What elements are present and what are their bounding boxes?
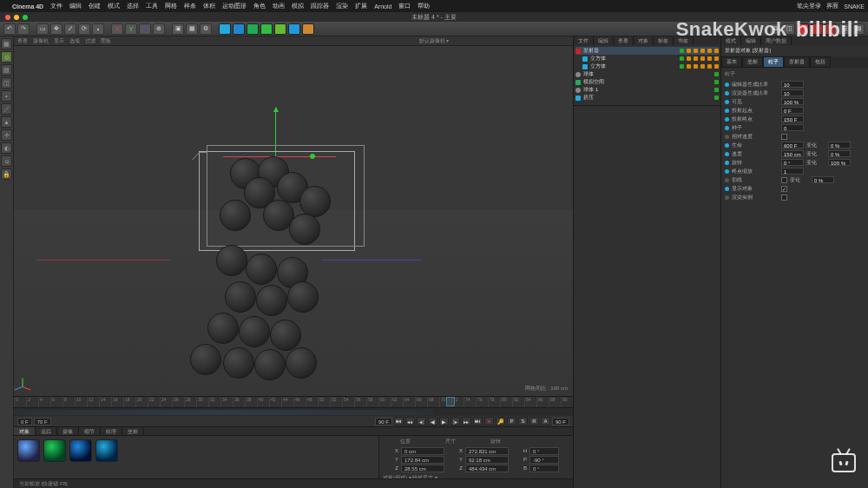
- viewport-solo-button[interactable]: ◐: [1, 142, 12, 154]
- object-row[interactable]: 发射器: [575, 47, 719, 55]
- poly-mode-button[interactable]: ▲: [1, 116, 12, 128]
- om-menu-bm[interactable]: 书签: [674, 36, 694, 45]
- timeline-playhead[interactable]: [446, 397, 455, 406]
- timeline-tick[interactable]: 46: [293, 397, 306, 407]
- object-tag[interactable]: [700, 49, 705, 53]
- add-deformer-button[interactable]: [260, 23, 273, 35]
- attribute-manager[interactable]: 发射器对象 [发射器] 基本 坐标 粒子 发射器 包括 粒子 编辑器生成比率10…: [721, 45, 868, 488]
- object-tag[interactable]: [707, 49, 712, 53]
- arnold-button-1[interactable]: [797, 23, 809, 35]
- object-tag[interactable]: [700, 64, 705, 69]
- move-tool[interactable]: ✥: [50, 23, 62, 35]
- timeline-tick[interactable]: 14: [99, 397, 111, 407]
- om-menu-tag[interactable]: 标签: [654, 36, 674, 45]
- close-icon[interactable]: [5, 15, 10, 20]
- timeline-tick[interactable]: 28: [184, 397, 196, 407]
- key-param-button[interactable]: A: [541, 417, 550, 425]
- object-tag[interactable]: [694, 56, 698, 61]
- range-start-field[interactable]: 0 F: [17, 418, 32, 425]
- step-fwd-button[interactable]: ▸▸: [462, 417, 471, 425]
- attr-tab-particle[interactable]: 粒子: [763, 56, 784, 68]
- attr-checkbox[interactable]: [781, 177, 787, 183]
- menu-create[interactable]: 创建: [89, 2, 101, 10]
- add-generator-button[interactable]: [247, 23, 259, 35]
- timeline-tick[interactable]: 12: [87, 397, 99, 407]
- attr-value-field[interactable]: 0 %: [828, 142, 851, 148]
- menu-window[interactable]: 窗口: [398, 2, 411, 10]
- timeline-tick[interactable]: 48: [306, 397, 318, 407]
- menu-arnold[interactable]: Arnold: [374, 3, 391, 10]
- viewport[interactable]: 网格间距 : 100 cm: [14, 46, 573, 396]
- om-menu-obj[interactable]: 对象: [634, 36, 654, 45]
- menu-anim[interactable]: 动画: [273, 2, 285, 10]
- add-camera-button[interactable]: [288, 23, 300, 35]
- timeline-tick[interactable]: 4: [38, 397, 50, 407]
- object-row[interactable]: 立方体: [575, 63, 719, 70]
- visibility-dot[interactable]: [680, 56, 684, 61]
- attr-anim-dot[interactable]: [725, 195, 729, 200]
- timeline-tick[interactable]: 18: [123, 397, 135, 407]
- attr-value-field[interactable]: 10: [781, 81, 804, 88]
- goto-end-button[interactable]: ⏭: [473, 417, 483, 425]
- timeline-tick[interactable]: 0: [14, 397, 26, 407]
- timeline-tick[interactable]: 20: [135, 397, 148, 407]
- timeline-tick[interactable]: 58: [366, 397, 378, 407]
- timeline-tick[interactable]: 2: [26, 397, 38, 407]
- timeline[interactable]: 0246810121416182022242628303234363840424…: [14, 396, 573, 415]
- om-menu-file[interactable]: 文件: [574, 36, 594, 45]
- attr-checkbox[interactable]: [781, 186, 787, 192]
- axis-mode-button[interactable]: ✛: [1, 129, 12, 141]
- menu-char[interactable]: 角色: [253, 2, 266, 10]
- attr-anim-dot[interactable]: [725, 117, 729, 122]
- attr-checkbox[interactable]: [781, 134, 787, 140]
- attr-value-field[interactable]: 150 F: [781, 115, 804, 122]
- record-button[interactable]: ●: [484, 417, 494, 425]
- attr-tab-basic[interactable]: 基本: [721, 56, 742, 68]
- menu-tool[interactable]: 工具: [146, 2, 158, 10]
- coord-field[interactable]: 172.84 cm: [401, 456, 444, 464]
- timeline-powerslider[interactable]: [14, 407, 573, 416]
- undo-button[interactable]: ↶: [3, 23, 16, 35]
- menu-sim[interactable]: 模拟: [292, 2, 304, 10]
- attr-value-field[interactable]: 100 %: [781, 98, 804, 105]
- menubar-layout[interactable]: 界面: [826, 2, 838, 10]
- axis-y-toggle[interactable]: Y: [125, 23, 137, 35]
- attr-value-field[interactable]: 0 %: [828, 150, 851, 157]
- menu-spline[interactable]: 样条: [184, 2, 196, 10]
- redo-button[interactable]: ↷: [17, 23, 30, 35]
- timeline-tick[interactable]: 22: [148, 397, 160, 407]
- timeline-tick[interactable]: 8: [62, 397, 75, 407]
- step-back-button[interactable]: ◂◂: [405, 417, 415, 425]
- play-forward-button[interactable]: ▶: [439, 417, 449, 425]
- attr-value-field[interactable]: 0: [781, 124, 804, 131]
- material-swatch[interactable]: [95, 439, 118, 462]
- timeline-tick[interactable]: 60: [378, 397, 391, 407]
- btab-object[interactable]: 对象: [14, 427, 36, 435]
- timeline-tick[interactable]: 78: [488, 397, 500, 407]
- attr-anim-dot[interactable]: [725, 169, 729, 174]
- timeline-tick[interactable]: 82: [512, 397, 524, 407]
- attr-anim-dot[interactable]: [725, 152, 729, 156]
- vp-tab-camera[interactable]: 摄像机: [33, 37, 49, 45]
- timeline-tick[interactable]: 16: [111, 397, 123, 407]
- timeline-tick[interactable]: 86: [536, 397, 549, 407]
- visibility-dot[interactable]: [714, 72, 719, 76]
- menu-mode[interactable]: 模式: [108, 2, 120, 10]
- model-mode-button[interactable]: ◍: [1, 51, 12, 63]
- render-region-button[interactable]: ▦: [186, 23, 198, 35]
- workplane-mode-button[interactable]: ◫: [1, 77, 12, 89]
- coord-field[interactable]: 0 °: [529, 447, 559, 455]
- snap-toggle-button[interactable]: ⧈: [1, 155, 12, 167]
- render-settings-button[interactable]: ⚙: [200, 23, 212, 35]
- arnold-button-2[interactable]: [811, 23, 823, 35]
- object-tag[interactable]: [687, 49, 691, 53]
- menu-help[interactable]: 帮助: [418, 2, 430, 10]
- object-tag[interactable]: [707, 64, 712, 69]
- coord-field[interactable]: 28.55 cm: [401, 465, 444, 472]
- coord-field[interactable]: 0 °: [529, 465, 559, 472]
- menu-track[interactable]: 跟踪器: [311, 2, 329, 10]
- autokey-button[interactable]: 🔑: [496, 417, 505, 425]
- axis-x-toggle[interactable]: X: [111, 23, 123, 35]
- object-tag[interactable]: [687, 56, 691, 61]
- menu-mesh[interactable]: 网格: [165, 2, 177, 10]
